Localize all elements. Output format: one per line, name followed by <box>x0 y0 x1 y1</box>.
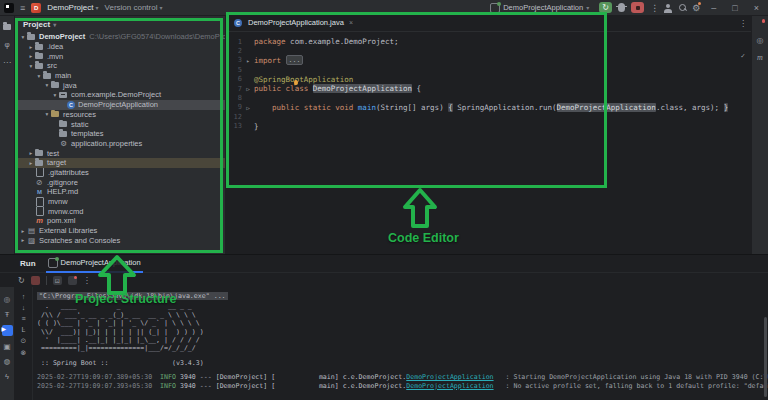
run-configuration-widget[interactable]: DemoProjectApplication ▾ <box>490 3 589 13</box>
code-line-3: 3▸import ... <box>226 56 751 65</box>
project-tree[interactable]: ▾DemoProjectC:\Users\GFG0574\Downloads\D… <box>15 32 225 254</box>
expand-arrow-icon[interactable]: ▾ <box>51 92 59 98</box>
tree-item-demoproject[interactable]: ▾DemoProjectC:\Users\GFG0574\Downloads\D… <box>15 32 225 42</box>
rerun-icon[interactable]: ↻ <box>18 276 25 285</box>
services-tool-icon[interactable]: ◎ <box>4 295 11 304</box>
project-avatar[interactable]: D <box>31 3 41 13</box>
expand-arrow-icon[interactable]: ▸ <box>27 160 35 166</box>
tree-item-static[interactable]: static <box>15 119 225 129</box>
expand-arrow-icon[interactable]: ▾ <box>43 111 51 117</box>
scroll-up-icon[interactable]: ↑ <box>22 293 26 300</box>
main-menu-icon[interactable]: ≡ <box>20 3 25 13</box>
more-actions-icon[interactable]: ⋮ <box>650 3 659 13</box>
code-line-5: 5 <box>226 65 751 74</box>
debug-button[interactable] <box>618 3 625 12</box>
scroll-down-icon[interactable]: ↓ <box>22 304 26 311</box>
expand-arrow-icon[interactable]: ▾ <box>27 63 35 69</box>
tree-item-resources[interactable]: ▾resources <box>15 110 225 120</box>
tree-item-pom-xml[interactable]: mpom.xml <box>15 216 225 226</box>
tree-item-target[interactable]: ▸target <box>15 158 225 168</box>
search-icon[interactable] <box>679 4 686 11</box>
coverage-icon[interactable] <box>68 276 77 285</box>
inspections-ok-icon[interactable]: ✓ <box>741 52 745 60</box>
editor-options-icon[interactable]: ⋮ <box>739 19 747 28</box>
chevron-down-icon: ▾ <box>159 4 162 11</box>
tree-item-application-properties[interactable]: ⚙application.properties <box>15 139 225 149</box>
bottom-tool-stripe: ◎ Ŧ ▶ ▣ ◍ ϟ <box>0 287 15 400</box>
tree-item-templates[interactable]: templates <box>15 129 225 139</box>
stop-icon[interactable] <box>31 276 40 285</box>
expand-arrow-icon[interactable]: ▾ <box>19 34 27 40</box>
log-segment: INFO <box>160 382 176 390</box>
minimize-button[interactable]: – <box>706 3 721 13</box>
console-toolbar: ↑ ↓ ≡ Ŀ ⊙ ⊗ <box>15 287 33 400</box>
code-with-me-icon[interactable] <box>665 5 671 11</box>
expand-arrow-icon[interactable]: ▸ <box>27 150 35 156</box>
fold-gutter-icon[interactable]: ▸ <box>242 57 254 64</box>
tree-item--gitignore[interactable]: ⊘.gitignore <box>15 177 225 187</box>
tree-item-com-example-demoproject[interactable]: ▾com.example.DemoProject <box>15 90 225 100</box>
expand-arrow-icon[interactable]: ▸ <box>19 237 27 243</box>
ai-assistant-icon[interactable]: ◎ <box>757 36 764 45</box>
maximize-button[interactable]: □ <box>727 3 742 13</box>
tree-item-mvnw[interactable]: mvnw <box>15 197 225 207</box>
close-button[interactable]: × <box>749 3 764 13</box>
more-tools-icon[interactable]: ⋯ <box>2 57 13 68</box>
expand-arrow-icon[interactable]: ▸ <box>27 44 35 50</box>
maven-tool-icon[interactable]: m <box>757 53 763 62</box>
tree-item-mvnw-cmd[interactable]: mvnw.cmd <box>15 206 225 216</box>
tree-item--gitattributes[interactable]: .gitattributes <box>15 168 225 178</box>
project-switcher[interactable]: DemoProject ▾ <box>47 3 98 12</box>
project-panel-header[interactable]: Project ▾ <box>15 16 225 32</box>
commit-tool-icon[interactable]: φ <box>2 39 13 50</box>
stop-button[interactable] <box>631 2 644 13</box>
notifications-bell-icon[interactable] <box>756 20 764 28</box>
code-editor[interactable]: C DemoProjectApplication.java × ⋮ ✓ 1pac… <box>226 16 751 254</box>
build-tool-icon[interactable]: ▣ <box>3 342 10 351</box>
terminal-tool-icon[interactable]: Ŧ <box>5 310 10 319</box>
tree-item--idea[interactable]: ▸.idea <box>15 42 225 52</box>
close-tab-icon[interactable]: × <box>349 19 353 26</box>
tree-item-scratches-and-consoles[interactable]: ▸▨Scratches and Consoles <box>15 235 225 245</box>
console-settings-icon[interactable]: ⊡ <box>53 276 62 285</box>
project-tool-icon[interactable] <box>2 21 13 32</box>
expand-arrow-icon[interactable]: ▸ <box>27 53 35 59</box>
version-control-menu[interactable]: Version control ▾ <box>105 3 163 12</box>
tree-item-java[interactable]: ▾java <box>15 80 225 90</box>
soft-wrap-icon[interactable]: ≡ <box>21 315 25 322</box>
tree-item-label: HELP.md <box>47 187 78 196</box>
tree-item-demoprojectapplication[interactable]: CDemoProjectApplication <box>15 100 225 110</box>
expand-arrow-icon[interactable]: ▸ <box>19 228 27 234</box>
problems-tool-icon[interactable]: ◍ <box>4 357 11 366</box>
console-settings-icon[interactable]: ⊙ <box>21 337 27 345</box>
run-gutter-icon[interactable]: ▷ <box>242 104 254 111</box>
run-gutter-icon[interactable]: ▷ <box>242 85 254 92</box>
console-scrollbar[interactable] <box>764 317 767 397</box>
tree-item--mvn[interactable]: ▸.mvn <box>15 51 225 61</box>
code-line-12: 12 <box>226 112 751 121</box>
editor-tab[interactable]: C DemoProjectApplication.java × <box>230 16 357 32</box>
code-line-9: 9▷ public static void main(String[] args… <box>226 103 751 112</box>
tree-item-external-libraries[interactable]: ▸▤External Libraries <box>15 226 225 236</box>
expand-arrow-icon[interactable]: ▾ <box>43 82 51 88</box>
clear-console-icon[interactable]: ⊗ <box>21 349 27 357</box>
tree-item-main[interactable]: ▾main <box>15 71 225 81</box>
debug-tool-icon[interactable]: ϟ <box>5 372 9 381</box>
tree-item-test[interactable]: ▸test <box>15 148 225 158</box>
editor-tab-title: DemoProjectApplication.java <box>248 18 344 27</box>
code-token: com.example.DemoProject; <box>286 37 399 46</box>
rerun-button[interactable]: ↻ <box>599 2 612 13</box>
titlebar: ≡ D DemoProject ▾ Version control ▾ Demo… <box>0 0 768 16</box>
run-more-icon[interactable]: ⋮ <box>83 276 91 285</box>
settings-gear-icon[interactable]: ⚙ <box>692 3 700 13</box>
resources-icon <box>51 110 60 118</box>
tree-item-label: mvnw.cmd <box>48 207 83 216</box>
log-segment: 3940 --- [DemoProject] [ main] <box>176 382 343 390</box>
run-tool-icon[interactable]: ▶ <box>2 325 13 336</box>
tree-item-src[interactable]: ▾src <box>15 61 225 71</box>
expand-arrow-icon[interactable]: ▾ <box>35 73 43 79</box>
app-logo-icon[interactable] <box>4 3 14 13</box>
code-area[interactable]: ✓ 1package com.example.DemoProject;23▸im… <box>226 32 751 254</box>
line-marker-icon[interactable]: Ŀ <box>22 326 26 333</box>
tree-item-help-md[interactable]: MHELP.md <box>15 187 225 197</box>
